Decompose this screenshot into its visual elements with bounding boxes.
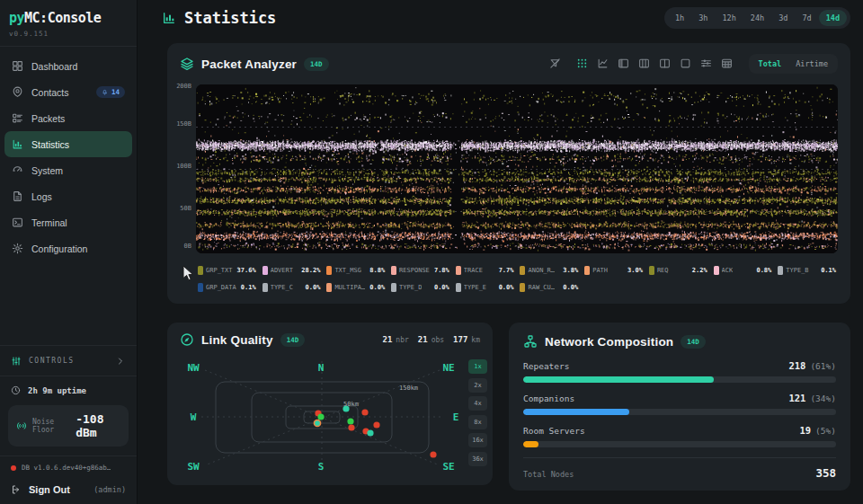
legend-item-GRP_DATA[interactable]: GRP_DATA0.1% (198, 283, 256, 292)
legend-item-TRACE[interactable]: TRACE7.7% (456, 266, 514, 275)
lq-stat-unit: km (471, 336, 480, 344)
network-icon (523, 334, 538, 349)
time-range-selector: 1h3h12h24h3d7d14d (664, 7, 850, 29)
toggle-airtime[interactable]: Airtime (789, 57, 834, 71)
legend-item-TXT_MSG[interactable]: TXT_MSG8.8% (326, 266, 385, 275)
chevron-right-icon[interactable] (115, 356, 126, 367)
legend-item-RAW_CU[interactable]: RAW_CU…0.0% (520, 283, 578, 292)
legend-item-TYPE_C[interactable]: TYPE_C0.0% (262, 283, 321, 292)
panel-columns-button[interactable] (638, 57, 651, 70)
sidebar-item-packets[interactable]: Packets (4, 105, 132, 131)
sidebar-item-system[interactable]: System (4, 157, 132, 183)
filter-off-button[interactable] (549, 57, 562, 70)
compass-label-sw: SW (187, 461, 199, 473)
noise-floor-label: Noise Floor (32, 418, 70, 434)
range-button-3h[interactable]: 3h (691, 10, 715, 26)
sidebar-item-configuration[interactable]: Configuration (4, 235, 132, 261)
sliders-button[interactable] (700, 57, 713, 70)
node-dot-red[interactable] (430, 451, 436, 457)
legend-pct: 7.7% (499, 267, 514, 274)
legend-item-MULTIPA[interactable]: MULTIPA…0.0% (326, 283, 385, 292)
composition-bar-track (523, 376, 836, 383)
legend-item-TYPE_B[interactable]: TYPE_B0.1% (778, 266, 836, 275)
zoom-button-4x[interactable]: 4x (468, 396, 487, 411)
legend-name: REQ (657, 267, 669, 274)
legend-name: RAW_CU… (528, 284, 555, 291)
zoom-button-8x[interactable]: 8x (468, 415, 487, 429)
legend-item-REQ[interactable]: REQ2.2% (649, 266, 707, 275)
contacts-icon (12, 86, 23, 98)
range-button-3d[interactable]: 3d (771, 10, 795, 26)
controls-sliders-icon (11, 356, 22, 367)
total-airtime-toggle: TotalAirtime (749, 54, 838, 74)
panel-left-button[interactable] (618, 57, 630, 70)
sidebar-item-statistics[interactable]: Statistics (4, 131, 132, 157)
node-dot-green[interactable] (347, 418, 353, 424)
legend-item-PATH[interactable]: PATH3.0% (584, 266, 643, 275)
legend-item-ADVERT[interactable]: ADVERT28.2% (262, 266, 321, 275)
legend-item-RESPONSE[interactable]: RESPONSE7.8% (391, 266, 449, 275)
range-button-24h[interactable]: 24h (743, 10, 771, 26)
range-button-14d[interactable]: 14d (819, 10, 847, 26)
node-dot-red[interactable] (361, 409, 368, 415)
range-button-1h[interactable]: 1h (668, 10, 691, 26)
sidebar-item-contacts[interactable]: Contacts14 (4, 79, 132, 105)
legend-item-ACK[interactable]: ACK0.8% (714, 266, 772, 275)
node-dot-green[interactable] (317, 413, 324, 420)
network-composition-rows: Repeaters218(61%)Companions121(34%)Room … (523, 360, 836, 457)
range-button-7d[interactable]: 7d (795, 10, 818, 26)
lq-stat-value: 21 (383, 335, 393, 344)
legend-swatch (456, 266, 461, 275)
bell-icon (102, 89, 109, 96)
packet-legend: GRP_TXT37.6%ADVERT28.2%TXT_MSG8.8%RESPON… (167, 253, 850, 304)
db-version-text: DB v1.0.6.dev40+g86ab… (22, 464, 111, 472)
composition-value: 19 (799, 425, 811, 436)
composition-label: Companions (523, 393, 574, 403)
zoom-button-2x[interactable]: 2x (468, 378, 487, 393)
sidebar-item-logs[interactable]: Logs (4, 183, 132, 209)
sign-out-label: Sign Out (29, 484, 70, 495)
zoom-button-36x[interactable]: 36x (468, 452, 487, 466)
dashboard-icon (12, 60, 23, 72)
grid-dots-button[interactable] (576, 57, 589, 70)
legend-swatch (778, 266, 783, 275)
packet-analyzer-title: Packet Analyzer (201, 57, 297, 71)
sidebar-bottom: CONTROLS 2h 9m uptime Noise Floor -108 d… (0, 345, 137, 504)
zoom-button-1x[interactable]: 1x (468, 359, 487, 374)
legend-name: TYPE_C (271, 284, 293, 291)
range-button-12h[interactable]: 12h (715, 10, 743, 26)
legend-item-TYPE_D[interactable]: TYPE_D0.0% (391, 283, 449, 292)
content: Packet Analyzer 14D TotalAirtime 200B150… (138, 36, 863, 491)
compass-label-se: SE (442, 461, 454, 473)
composition-value: 218 (788, 360, 805, 371)
square-button[interactable] (680, 57, 692, 70)
legend-pct: 0.0% (434, 284, 449, 291)
node-dot-teal[interactable] (367, 429, 373, 436)
table-button[interactable] (721, 57, 734, 70)
lq-stat-km: 177km (453, 335, 480, 344)
legend-item-GRP_TXT[interactable]: GRP_TXT37.6% (198, 266, 256, 275)
lq-stat-value: 177 (453, 335, 467, 344)
legend-item-TYPE_E[interactable]: TYPE_E0.0% (456, 283, 514, 292)
zoom-button-16x[interactable]: 16x (468, 433, 487, 447)
chart-line-button[interactable] (597, 57, 609, 70)
sign-out-button[interactable]: Sign Out (admin) (0, 479, 137, 504)
total-nodes-value: 358 (815, 466, 836, 480)
sidebar-item-terminal[interactable]: Terminal (4, 209, 132, 235)
node-dot-teal[interactable] (314, 420, 320, 426)
sidebar-item-controls[interactable]: CONTROLS (0, 345, 137, 376)
node-dot-red[interactable] (373, 421, 379, 428)
node-dot-red[interactable] (348, 424, 354, 430)
compass-label-e: E (453, 411, 459, 423)
panel-split-button[interactable] (659, 57, 672, 70)
toggle-total[interactable]: Total (752, 57, 788, 71)
page-header: Statistics 1h3h12h24h3d7d14d (138, 0, 863, 36)
radar-zoom-controls: 1x2x4x8x16x36x (468, 359, 487, 466)
packet-chart-row: 200B150B100B50B0B (167, 84, 850, 253)
logs-icon (12, 190, 23, 202)
legend-swatch (326, 283, 332, 292)
legend-name: RESPONSE (399, 267, 430, 274)
packet-scatter-canvas[interactable] (196, 84, 838, 253)
sidebar-item-dashboard[interactable]: Dashboard (4, 53, 132, 79)
legend-item-ANON_R[interactable]: ANON_R…3.8% (520, 266, 578, 275)
